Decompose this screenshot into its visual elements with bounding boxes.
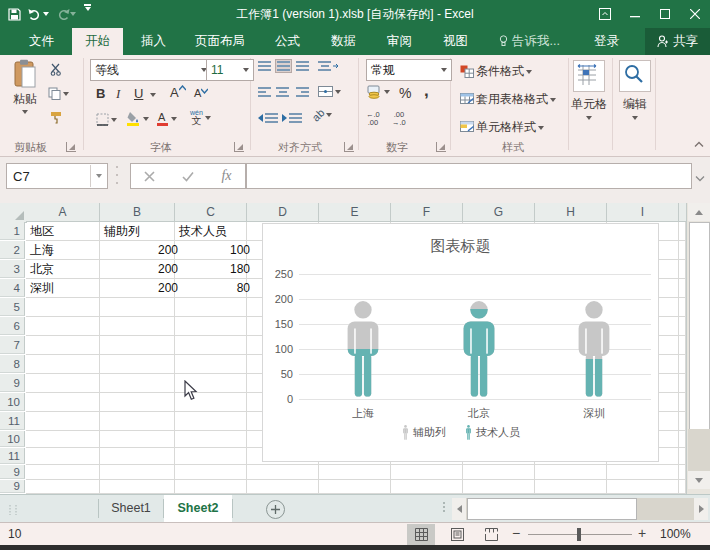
font-dialog-launcher[interactable]: [234, 142, 244, 152]
ribbon-display-options-icon[interactable]: [590, 0, 620, 28]
sign-in-button[interactable]: 登录: [581, 28, 632, 55]
chart-figure-2[interactable]: [451, 299, 507, 399]
column-header-partial[interactable]: [679, 203, 686, 222]
cell-c2[interactable]: 100: [175, 241, 254, 259]
format-painter-button[interactable]: [50, 111, 63, 124]
column-header-b[interactable]: B: [100, 203, 175, 222]
close-icon[interactable]: [680, 0, 710, 28]
scroll-track[interactable]: [688, 429, 710, 471]
horizontal-scroll-thumb[interactable]: [467, 498, 637, 520]
font-color-button[interactable]: A: [156, 111, 177, 126]
column-header-a[interactable]: A: [26, 203, 100, 222]
cell-styles-button[interactable]: 单元格样式: [460, 119, 544, 136]
phonetic-guide-button[interactable]: wén 文: [190, 109, 211, 126]
column-header-h[interactable]: H: [535, 203, 607, 222]
cells-button[interactable]: 单元格: [570, 61, 608, 120]
chart-figure-1[interactable]: [335, 299, 391, 399]
copy-button[interactable]: [48, 87, 69, 100]
column-header-e[interactable]: E: [319, 203, 391, 222]
expand-formula-bar-icon[interactable]: [695, 171, 705, 185]
sheet-tab-sheet1[interactable]: Sheet1: [99, 495, 163, 522]
ribbon-tab-file[interactable]: 文件: [16, 28, 67, 55]
cell-a4[interactable]: 深圳: [26, 279, 107, 297]
ribbon-tab-data[interactable]: 数据: [318, 28, 369, 55]
sheet-tab-sheet2[interactable]: Sheet2: [164, 495, 232, 524]
page-break-view-button[interactable]: [477, 524, 505, 545]
chart-figure-3[interactable]: [566, 299, 622, 399]
tell-me-box[interactable]: 告诉我...: [486, 28, 573, 55]
row-header-11[interactable]: 10: [0, 431, 25, 447]
row-header-3[interactable]: 4: [0, 279, 25, 297]
minimize-icon[interactable]: [620, 0, 650, 28]
ribbon-tab-insert[interactable]: 插入: [128, 28, 179, 55]
align-top-button[interactable]: [258, 61, 271, 71]
align-bottom-button[interactable]: [296, 61, 309, 71]
cell-b2[interactable]: 200: [100, 241, 182, 259]
row-header-14[interactable]: 9: [0, 480, 25, 493]
tab-scroll-divider[interactable]: [443, 502, 445, 512]
zoom-out-icon[interactable]: −: [512, 525, 520, 541]
cell-c3[interactable]: 180: [175, 260, 254, 278]
formula-input[interactable]: [246, 163, 692, 189]
normal-view-button[interactable]: [407, 524, 435, 545]
row-header-7[interactable]: 8: [0, 355, 25, 373]
fill-color-button[interactable]: [126, 111, 149, 126]
sheet-nav-icon[interactable]: [8, 504, 18, 514]
decrease-decimal-button[interactable]: .00→.0: [392, 111, 406, 126]
align-right-button[interactable]: [296, 87, 309, 97]
cell-c1[interactable]: 技术人员: [175, 222, 254, 240]
row-header-12[interactable]: 11: [0, 448, 25, 464]
row-header-6[interactable]: 7: [0, 336, 25, 354]
cell-b4[interactable]: 200: [100, 279, 182, 297]
maximize-icon[interactable]: [650, 0, 680, 28]
comma-style-button[interactable]: ,: [424, 81, 429, 101]
insert-function-icon[interactable]: fx: [221, 168, 231, 184]
column-header-d[interactable]: D: [247, 203, 319, 222]
underline-dropdown[interactable]: [150, 93, 156, 97]
horizontal-scrollbar[interactable]: [452, 498, 708, 520]
underline-button[interactable]: U: [134, 86, 143, 101]
cell-a1[interactable]: 地区: [26, 222, 107, 240]
ribbon-tab-home[interactable]: 开始: [72, 28, 123, 55]
italic-button[interactable]: I: [116, 86, 120, 102]
legend-item-2[interactable]: 技术人员: [464, 425, 520, 440]
enter-icon[interactable]: [182, 171, 194, 182]
ribbon-tab-page-layout[interactable]: 页面布局: [182, 28, 258, 55]
ribbon-tab-view[interactable]: 视图: [430, 28, 481, 55]
chart-legend[interactable]: 辅助列技术人员: [263, 425, 658, 440]
number-format-combo[interactable]: 常规: [366, 59, 452, 81]
cell-b3[interactable]: 200: [100, 260, 182, 278]
row-header-9[interactable]: 10: [0, 393, 25, 411]
align-center-button[interactable]: [276, 87, 289, 97]
name-box[interactable]: C7: [6, 163, 108, 189]
clipboard-dialog-launcher[interactable]: [66, 142, 76, 152]
decrease-indent-button[interactable]: [258, 113, 278, 123]
scroll-left-icon[interactable]: [452, 498, 466, 520]
font-name-combo[interactable]: 等线: [90, 59, 212, 81]
zoom-level[interactable]: 100%: [660, 527, 691, 541]
grow-font-button[interactable]: A: [170, 85, 186, 100]
row-header-1[interactable]: 2: [0, 241, 25, 259]
page-layout-view-button[interactable]: [443, 524, 471, 545]
row-header-8[interactable]: 9: [0, 374, 25, 392]
editing-button[interactable]: 编辑: [618, 61, 652, 120]
ribbon-tab-formulas[interactable]: 公式: [262, 28, 313, 55]
conditional-formatting-button[interactable]: 条件格式: [460, 63, 532, 80]
row-header-4[interactable]: 5: [0, 298, 25, 316]
borders-button[interactable]: [96, 113, 117, 126]
collapse-ribbon-icon[interactable]: [694, 137, 704, 151]
zoom-in-icon[interactable]: +: [638, 525, 646, 541]
column-header-i[interactable]: I: [607, 203, 679, 222]
zoom-slider-thumb[interactable]: [577, 528, 581, 541]
ribbon-tab-review[interactable]: 审阅: [374, 28, 425, 55]
row-header-13[interactable]: 9: [0, 465, 25, 479]
vertical-scrollbar[interactable]: [686, 203, 710, 494]
shrink-font-button[interactable]: A: [194, 87, 208, 99]
number-dialog-launcher[interactable]: [436, 142, 446, 152]
percent-style-button[interactable]: %: [399, 85, 411, 101]
scroll-down-icon[interactable]: [688, 471, 710, 489]
font-size-combo[interactable]: 11: [206, 59, 254, 81]
align-left-button[interactable]: [258, 87, 271, 97]
wrap-text-button[interactable]: [318, 61, 339, 71]
cancel-icon[interactable]: [144, 171, 155, 182]
